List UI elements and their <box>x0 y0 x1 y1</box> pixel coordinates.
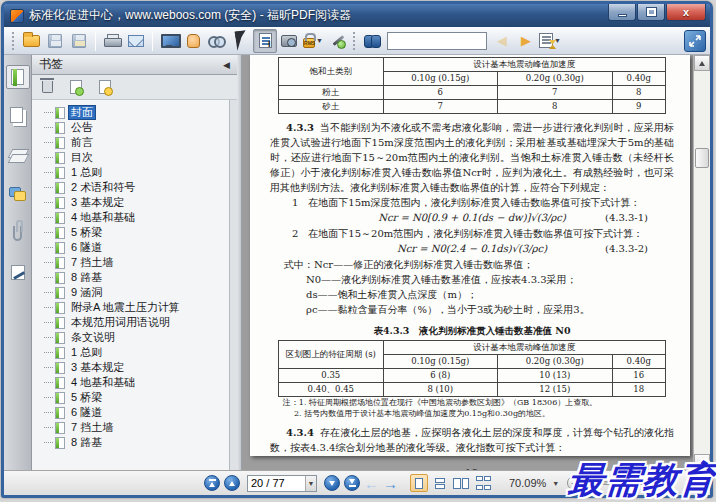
panel-comments-button[interactable] <box>6 182 30 206</box>
page-number-input[interactable] <box>248 477 305 489</box>
expand-bookmark-icon[interactable] <box>70 80 82 94</box>
page-icon <box>484 476 491 481</box>
bar-icon <box>349 485 356 487</box>
first-page-button[interactable] <box>204 475 220 491</box>
collapse-panel-icon[interactable]: ◀ <box>223 60 230 70</box>
bookmark-item[interactable]: 8 路基 <box>44 270 229 285</box>
layout-continuous-facing-button[interactable] <box>473 474 493 492</box>
last-page-button[interactable] <box>344 475 360 491</box>
bookmark-item[interactable]: 7 挡土墙 <box>44 420 229 435</box>
bookmark-item[interactable]: 6 隧道 <box>44 405 229 420</box>
table-4-3-3: 区划图上的特征周期 (s) 设计基本地震动峰值加速度 0.10g (0.15g)… <box>278 340 666 397</box>
sign-verify-button[interactable] <box>325 29 349 53</box>
search-input[interactable] <box>387 32 487 50</box>
bookmark-item[interactable]: 4 地基和基础 <box>44 210 229 225</box>
formula-text: Ncr = N0(2.4 − 0.1ds)√(3/ρc) <box>397 243 547 254</box>
bookmark-item[interactable]: 1 总则 <box>44 165 229 180</box>
bookmarks-panel-title: 书签 <box>39 56 63 73</box>
save-button[interactable] <box>43 29 67 53</box>
next-view-button[interactable]: → <box>383 476 398 491</box>
find-next-icon: ▶ <box>521 33 531 48</box>
magnifier-button[interactable] <box>205 29 229 53</box>
full-screen-button[interactable] <box>157 29 181 53</box>
bookmark-item[interactable]: 9 涵洞 <box>44 285 229 300</box>
panel-pages-button[interactable] <box>6 104 30 128</box>
bookmark-label: 前言 <box>69 136 95 149</box>
bookmark-page-icon <box>55 242 65 254</box>
find-previous-button[interactable]: ◀ <box>490 29 514 53</box>
find-next-button[interactable]: ▶ <box>514 29 538 53</box>
bookmark-page-icon <box>55 317 65 329</box>
export-bookmark-icon[interactable] <box>99 80 111 94</box>
bookmark-label: 5 桥梁 <box>69 226 104 239</box>
bookmark-item[interactable]: 条文说明 <box>44 330 229 345</box>
open-button[interactable] <box>19 29 43 53</box>
bookmark-page-icon <box>55 272 65 284</box>
scroll-up-button[interactable] <box>694 55 710 71</box>
scrollbar-thumb[interactable] <box>695 148 709 168</box>
print-icon <box>104 34 120 47</box>
bookmark-item[interactable]: 封面 <box>44 105 229 120</box>
bookmark-page-icon <box>55 197 65 209</box>
panel-layers-button[interactable] <box>6 143 30 167</box>
formula-number: (4.3.3-1) <box>605 210 648 226</box>
bookmark-item[interactable]: 6 隧道 <box>44 240 229 255</box>
bookmark-item[interactable]: 3 基本规定 <box>44 195 229 210</box>
tree-line <box>44 307 53 308</box>
fit-window-button[interactable] <box>684 30 706 52</box>
previous-view-button[interactable]: ← <box>364 476 379 491</box>
triangle-up-icon <box>229 481 235 486</box>
previous-page-button[interactable] <box>224 475 240 491</box>
bookmark-item[interactable]: 目次 <box>44 150 229 165</box>
find-button[interactable] <box>360 29 384 53</box>
chevron-down-icon[interactable]: ▼ <box>305 476 316 491</box>
layout-facing-button[interactable] <box>452 474 470 492</box>
maximize-button[interactable] <box>637 4 665 21</box>
print-button[interactable] <box>100 29 124 53</box>
snapshot-button[interactable] <box>277 29 301 53</box>
delete-bookmark-icon[interactable] <box>42 81 53 93</box>
save-copy-button[interactable] <box>67 29 91 53</box>
magnifier-icon <box>208 36 226 46</box>
panel-attachments-button[interactable] <box>6 221 30 245</box>
bookmark-item[interactable]: 附录A 地震土压力计算 <box>44 300 229 315</box>
bookmark-item[interactable]: 3 基本规定 <box>44 360 229 375</box>
bookmark-item[interactable]: 8 路基 <box>44 435 229 450</box>
vertical-scrollbar[interactable] <box>693 55 710 470</box>
bookmark-label: 7 挡土墙 <box>69 256 115 269</box>
bookmark-item[interactable]: 本规范用词用语说明 <box>44 315 229 330</box>
bookmark-item[interactable]: 2 术语和符号 <box>44 180 229 195</box>
next-page-button[interactable] <box>324 475 340 491</box>
close-button[interactable]: x <box>666 4 706 21</box>
select-annotation-button[interactable] <box>229 29 253 53</box>
layout-single-page-button[interactable] <box>410 474 428 492</box>
rms-protect-button[interactable]: RMS ▼ <box>301 29 325 53</box>
bookmark-item[interactable]: 5 桥梁 <box>44 390 229 405</box>
bookmark-item[interactable]: 5 桥梁 <box>44 225 229 240</box>
chevron-down-icon[interactable]: ▼ <box>552 480 559 487</box>
full-text-search-button[interactable]: ▼ <box>538 29 562 53</box>
bookmark-item[interactable]: 7 挡土墙 <box>44 255 229 270</box>
bookmark-label: 4 地基和基础 <box>69 211 137 224</box>
panel-signatures-button[interactable] <box>6 260 30 284</box>
bookmarks-scrollbar[interactable] <box>229 100 237 470</box>
page-strip-icon <box>435 478 445 483</box>
panel-bookmarks-button[interactable] <box>6 65 30 89</box>
toolbar-grip[interactable] <box>11 31 16 51</box>
email-button[interactable] <box>124 29 148 53</box>
toolbar-grip[interactable] <box>352 31 357 51</box>
select-text-button[interactable] <box>253 29 277 53</box>
hand-icon <box>187 34 200 48</box>
bookmark-item[interactable]: 1 总则 <box>44 345 229 360</box>
minimize-button[interactable] <box>608 4 636 21</box>
layout-continuous-button[interactable] <box>431 474 449 492</box>
bookmark-label: 本规范用词用语说明 <box>69 316 172 329</box>
bookmark-item[interactable]: 前言 <box>44 135 229 150</box>
table-cell: 8 <box>612 86 665 100</box>
tree-line <box>44 442 53 443</box>
bookmark-item[interactable]: 公告 <box>44 120 229 135</box>
hand-tool-button[interactable] <box>181 29 205 53</box>
foxit-logo-icon <box>10 9 24 23</box>
bookmark-item[interactable]: 4 地基和基础 <box>44 375 229 390</box>
triangle-down-icon <box>329 481 335 486</box>
